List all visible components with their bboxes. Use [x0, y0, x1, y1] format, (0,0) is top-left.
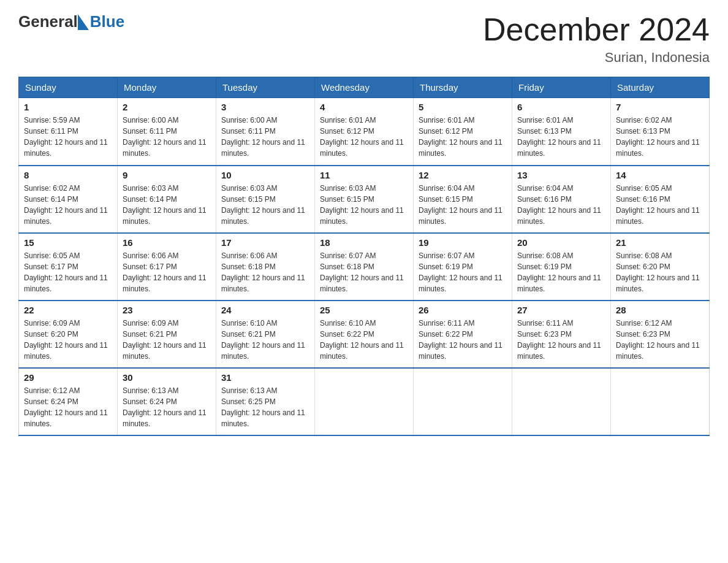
day-number: 13 [517, 170, 605, 180]
day-number: 26 [419, 305, 507, 315]
day-info: Sunrise: 6:06 AMSunset: 6:17 PMDaylight:… [123, 251, 207, 293]
calendar-header-saturday: Saturday [611, 77, 710, 98]
day-info: Sunrise: 6:13 AMSunset: 6:25 PMDaylight:… [221, 386, 305, 428]
day-number: 15 [24, 237, 112, 248]
day-number: 25 [320, 305, 408, 315]
calendar-header-tuesday: Tuesday [216, 77, 315, 98]
day-info: Sunrise: 6:04 AMSunset: 6:16 PMDaylight:… [517, 184, 601, 226]
logo-triangle-icon [78, 14, 89, 30]
calendar-cell: 30 Sunrise: 6:13 AMSunset: 6:24 PMDaylig… [118, 368, 216, 435]
calendar-cell: 16 Sunrise: 6:06 AMSunset: 6:17 PMDaylig… [118, 233, 216, 301]
calendar-cell: 4 Sunrise: 6:01 AMSunset: 6:12 PMDayligh… [315, 98, 414, 166]
calendar-cell: 21 Sunrise: 6:08 AMSunset: 6:20 PMDaylig… [611, 233, 710, 301]
day-number: 2 [123, 102, 211, 112]
day-number: 28 [616, 305, 704, 315]
calendar-header-thursday: Thursday [414, 77, 512, 98]
day-info: Sunrise: 6:00 AMSunset: 6:11 PMDaylight:… [123, 116, 207, 158]
calendar-cell: 27 Sunrise: 6:11 AMSunset: 6:23 PMDaylig… [512, 301, 611, 368]
calendar-table: SundayMondayTuesdayWednesdayThursdayFrid… [18, 77, 710, 436]
day-number: 11 [320, 170, 408, 180]
calendar-cell: 13 Sunrise: 6:04 AMSunset: 6:16 PMDaylig… [512, 166, 611, 233]
day-number: 22 [24, 305, 112, 315]
calendar-cell: 9 Sunrise: 6:03 AMSunset: 6:14 PMDayligh… [118, 166, 216, 233]
calendar-cell: 5 Sunrise: 6:01 AMSunset: 6:12 PMDayligh… [414, 98, 512, 166]
calendar-header-wednesday: Wednesday [315, 77, 414, 98]
logo-blue-text: Blue [90, 12, 124, 31]
calendar-cell: 7 Sunrise: 6:02 AMSunset: 6:13 PMDayligh… [611, 98, 710, 166]
day-number: 23 [123, 305, 211, 315]
day-info: Sunrise: 6:11 AMSunset: 6:22 PMDaylight:… [419, 319, 502, 361]
day-number: 6 [517, 102, 605, 112]
calendar-header-monday: Monday [118, 77, 216, 98]
calendar-cell [611, 368, 710, 435]
calendar-week-row: 8 Sunrise: 6:02 AMSunset: 6:14 PMDayligh… [19, 166, 710, 233]
calendar-week-row: 29 Sunrise: 6:12 AMSunset: 6:24 PMDaylig… [19, 368, 710, 435]
calendar-cell: 1 Sunrise: 5:59 AMSunset: 6:11 PMDayligh… [19, 98, 118, 166]
day-info: Sunrise: 6:10 AMSunset: 6:21 PMDaylight:… [221, 319, 305, 361]
day-info: Sunrise: 6:04 AMSunset: 6:15 PMDaylight:… [419, 184, 502, 226]
day-number: 19 [419, 237, 507, 248]
calendar-cell: 14 Sunrise: 6:05 AMSunset: 6:16 PMDaylig… [611, 166, 710, 233]
calendar-cell: 3 Sunrise: 6:00 AMSunset: 6:11 PMDayligh… [216, 98, 315, 166]
day-info: Sunrise: 6:10 AMSunset: 6:22 PMDaylight:… [320, 319, 404, 361]
day-number: 1 [24, 102, 112, 112]
day-number: 10 [221, 170, 309, 180]
calendar-header-sunday: Sunday [19, 77, 118, 98]
day-info: Sunrise: 6:03 AMSunset: 6:15 PMDaylight:… [320, 184, 404, 226]
day-number: 9 [123, 170, 211, 180]
calendar-week-row: 1 Sunrise: 5:59 AMSunset: 6:11 PMDayligh… [19, 98, 710, 166]
day-info: Sunrise: 6:01 AMSunset: 6:13 PMDaylight:… [517, 116, 601, 158]
day-number: 8 [24, 170, 112, 180]
day-info: Sunrise: 6:09 AMSunset: 6:20 PMDaylight:… [24, 319, 108, 361]
day-number: 3 [221, 102, 309, 112]
calendar-week-row: 22 Sunrise: 6:09 AMSunset: 6:20 PMDaylig… [19, 301, 710, 368]
day-info: Sunrise: 6:13 AMSunset: 6:24 PMDaylight:… [123, 386, 207, 428]
day-info: Sunrise: 6:06 AMSunset: 6:18 PMDaylight:… [221, 251, 305, 293]
day-number: 17 [221, 237, 309, 248]
calendar-cell: 24 Sunrise: 6:10 AMSunset: 6:21 PMDaylig… [216, 301, 315, 368]
day-info: Sunrise: 5:59 AMSunset: 6:11 PMDaylight:… [24, 116, 108, 158]
day-info: Sunrise: 6:08 AMSunset: 6:19 PMDaylight:… [517, 251, 601, 293]
day-info: Sunrise: 6:07 AMSunset: 6:18 PMDaylight:… [320, 251, 404, 293]
calendar-cell: 29 Sunrise: 6:12 AMSunset: 6:24 PMDaylig… [19, 368, 118, 435]
day-number: 18 [320, 237, 408, 248]
calendar-cell: 31 Sunrise: 6:13 AMSunset: 6:25 PMDaylig… [216, 368, 315, 435]
day-info: Sunrise: 6:12 AMSunset: 6:24 PMDaylight:… [24, 386, 108, 428]
calendar-cell: 11 Sunrise: 6:03 AMSunset: 6:15 PMDaylig… [315, 166, 414, 233]
calendar-header-friday: Friday [512, 77, 611, 98]
calendar-cell: 12 Sunrise: 6:04 AMSunset: 6:15 PMDaylig… [414, 166, 512, 233]
day-number: 21 [616, 237, 704, 248]
calendar-cell: 6 Sunrise: 6:01 AMSunset: 6:13 PMDayligh… [512, 98, 611, 166]
day-number: 12 [419, 170, 507, 180]
calendar-cell: 23 Sunrise: 6:09 AMSunset: 6:21 PMDaylig… [118, 301, 216, 368]
calendar-cell [512, 368, 611, 435]
day-number: 29 [24, 372, 112, 383]
calendar-cell [414, 368, 512, 435]
day-number: 24 [221, 305, 309, 315]
day-info: Sunrise: 6:11 AMSunset: 6:23 PMDaylight:… [517, 319, 601, 361]
calendar-cell: 10 Sunrise: 6:03 AMSunset: 6:15 PMDaylig… [216, 166, 315, 233]
day-number: 31 [221, 372, 309, 383]
day-info: Sunrise: 6:01 AMSunset: 6:12 PMDaylight:… [419, 116, 502, 158]
calendar-cell: 20 Sunrise: 6:08 AMSunset: 6:19 PMDaylig… [512, 233, 611, 301]
logo: General Blue [18, 12, 124, 31]
day-info: Sunrise: 6:03 AMSunset: 6:14 PMDaylight:… [123, 184, 207, 226]
day-info: Sunrise: 6:02 AMSunset: 6:14 PMDaylight:… [24, 184, 108, 226]
calendar-cell: 15 Sunrise: 6:05 AMSunset: 6:17 PMDaylig… [19, 233, 118, 301]
calendar-cell: 28 Sunrise: 6:12 AMSunset: 6:23 PMDaylig… [611, 301, 710, 368]
svg-marker-0 [78, 14, 89, 30]
calendar-cell: 18 Sunrise: 6:07 AMSunset: 6:18 PMDaylig… [315, 233, 414, 301]
logo-general-text: General [18, 12, 78, 31]
day-info: Sunrise: 6:03 AMSunset: 6:15 PMDaylight:… [221, 184, 305, 226]
calendar-cell: 8 Sunrise: 6:02 AMSunset: 6:14 PMDayligh… [19, 166, 118, 233]
day-info: Sunrise: 6:05 AMSunset: 6:16 PMDaylight:… [616, 184, 700, 226]
calendar-cell: 2 Sunrise: 6:00 AMSunset: 6:11 PMDayligh… [118, 98, 216, 166]
calendar-cell: 19 Sunrise: 6:07 AMSunset: 6:19 PMDaylig… [414, 233, 512, 301]
day-number: 27 [517, 305, 605, 315]
calendar-header-row: SundayMondayTuesdayWednesdayThursdayFrid… [19, 77, 710, 98]
calendar-subtitle: Surian, Indonesia [483, 50, 710, 66]
day-info: Sunrise: 6:09 AMSunset: 6:21 PMDaylight:… [123, 319, 207, 361]
day-number: 16 [123, 237, 211, 248]
day-info: Sunrise: 6:07 AMSunset: 6:19 PMDaylight:… [419, 251, 502, 293]
day-number: 7 [616, 102, 704, 112]
